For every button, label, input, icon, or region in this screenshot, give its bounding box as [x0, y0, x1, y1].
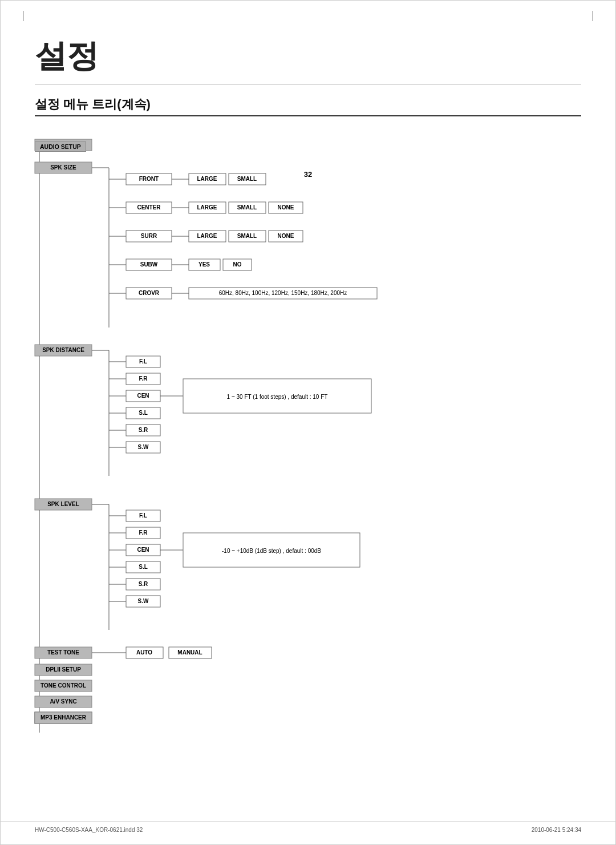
corner-tl-v: [23, 11, 24, 21]
center-small: SMALL: [237, 204, 257, 211]
tree-diagram: AUDIO SETUP SPK SIZE FRONT LARGE SMALL: [35, 134, 577, 746]
mp3-label: MP3 ENHANCER: [40, 714, 87, 721]
html-tree: AUDIO SETUP: [35, 141, 577, 152]
dist-sl: S.L: [139, 410, 148, 416]
audio-setup-box: AUDIO SETUP: [35, 141, 86, 152]
crovr-label: CROVR: [139, 290, 160, 296]
left-column: AUDIO SETUP: [35, 141, 86, 152]
dist-sr: S.R: [139, 427, 148, 433]
front-label: FRONT: [139, 176, 159, 182]
section-heading: 설정 메뉴 트리(계속): [35, 96, 581, 113]
tone-control-label: TONE CONTROL: [40, 682, 86, 689]
footer: HW-C500-C560S-XAA_KOR-0621.indd 32 2010-…: [1, 822, 615, 833]
level-fr: F.R: [139, 529, 148, 536]
test-tone-label: TEST TONE: [47, 649, 79, 656]
heading-divider: [35, 115, 581, 116]
center-large: LARGE: [197, 204, 217, 211]
audio-setup-row: AUDIO SETUP: [35, 141, 577, 152]
dist-sw: S.W: [138, 444, 149, 450]
subw-yes: YES: [198, 261, 210, 268]
crovr-opts: 60Hz, 80Hz, 100Hz, 120Hz, 150Hz, 180Hz, …: [219, 290, 347, 296]
tone-manual: MANUAL: [177, 649, 202, 656]
surr-small: SMALL: [237, 233, 257, 239]
center-label: CENTER: [137, 204, 161, 211]
level-sr: S.R: [139, 581, 148, 587]
page-title: 설정: [35, 35, 581, 78]
footer-right: 2010-06-21 5:24:34: [532, 827, 581, 833]
surr-large: LARGE: [197, 233, 217, 239]
level-fl: F.L: [139, 512, 147, 519]
surr-none: NONE: [278, 233, 294, 239]
spk-size-label: SPK SIZE: [50, 164, 76, 171]
subw-no: NO: [233, 261, 242, 268]
dist-fr: F.R: [139, 375, 148, 382]
spk-level-label: SPK LEVEL: [47, 501, 79, 507]
av-sync-label: A/V SYNC: [50, 698, 76, 705]
spk-distance-label: SPK DISTANCE: [42, 347, 84, 353]
title-divider: [35, 84, 581, 84]
tone-auto: AUTO: [136, 649, 152, 656]
front-small: SMALL: [237, 176, 257, 182]
footer-left: HW-C500-C560S-XAA_KOR-0621.indd 32: [35, 827, 143, 833]
surr-label: SURR: [141, 233, 157, 239]
level-sw: S.W: [138, 598, 149, 604]
subw-label: SUBW: [140, 261, 158, 268]
level-range: -10 ~ +10dB (1dB step) , default : 00dB: [222, 548, 321, 554]
dist-fl: F.L: [139, 358, 147, 365]
level-sl: S.L: [139, 564, 148, 570]
page-container: 설정 설정 메뉴 트리(계속) AUDIO SETUP SPK SIZE FRO…: [0, 0, 616, 845]
dist-range: 1 ~ 30 FT (1 foot steps) , default : 10 …: [227, 394, 328, 400]
front-large: LARGE: [197, 176, 217, 182]
center-none: NONE: [278, 204, 294, 211]
corner-tr-v: [592, 11, 593, 21]
audio-setup-section: AUDIO SETUP: [35, 141, 86, 152]
dist-cen: CEN: [137, 393, 149, 399]
level-cen: CEN: [137, 547, 149, 553]
dplii-setup-label: DPLII SETUP: [46, 666, 81, 673]
